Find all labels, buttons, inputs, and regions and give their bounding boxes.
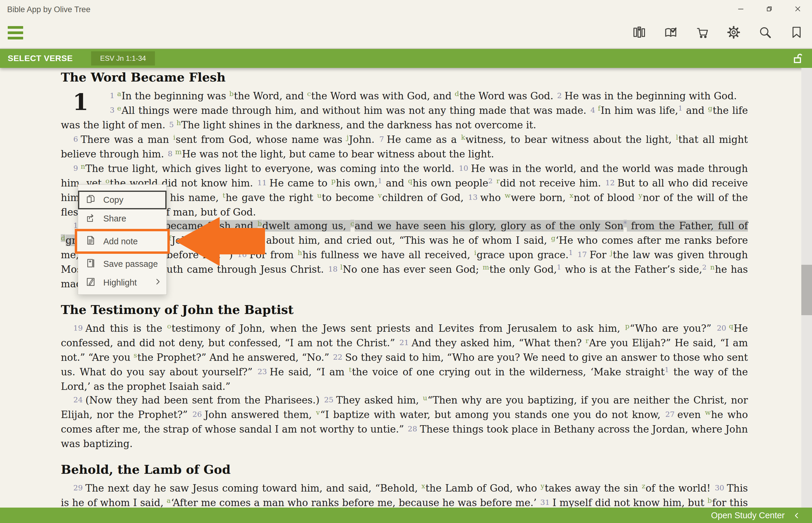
crossref-marker: g <box>708 104 712 112</box>
verse-number: 29 <box>73 484 83 492</box>
verse-number: 11 <box>257 179 267 187</box>
crossref-marker: b <box>229 90 234 97</box>
verse-paragraph[interactable]: 3eAll things were made through him, and … <box>61 104 748 133</box>
crossref-marker: y <box>540 482 544 490</box>
open-study-center-label[interactable]: Open Study Center <box>711 510 785 520</box>
crossref-marker: k <box>461 133 465 141</box>
verse-number: 31 <box>540 498 550 507</box>
gear-icon <box>727 25 741 41</box>
verse-reference-badge[interactable]: ESV Jn 1:1-34 <box>91 51 155 66</box>
footnote-marker: 1 <box>557 263 561 271</box>
verse-number: 23 <box>258 367 267 376</box>
crossref-marker: w <box>505 192 511 199</box>
verse-text: and we have seen his glory, glory as of … <box>355 220 624 232</box>
menu-item-copy[interactable]: Copy <box>78 191 167 209</box>
verse-text: became flesh and <box>165 220 258 232</box>
verse-number: 8 <box>168 149 172 158</box>
crossref-marker: a <box>117 90 121 97</box>
cart-icon <box>695 25 709 41</box>
crossref-marker: v <box>316 409 320 416</box>
settings-button[interactable] <box>726 23 741 43</box>
crossref-marker: o <box>167 322 171 330</box>
library-icon <box>632 25 646 41</box>
crossref-marker: f <box>598 104 600 112</box>
crossref-marker: v <box>378 192 382 199</box>
verse-number: 13 <box>468 193 478 202</box>
verse-paragraph[interactable]: 19And this is the otestimony of John, wh… <box>61 322 748 393</box>
chevron-left-icon <box>792 510 812 521</box>
close-button[interactable] <box>783 0 812 19</box>
menu-item-share[interactable]: Share <box>78 209 167 228</box>
crossref-marker: p <box>625 322 629 330</box>
chevron-right-icon <box>153 277 162 288</box>
store-button[interactable] <box>694 23 710 43</box>
footnote-marker: 2 <box>702 263 707 271</box>
verse-paragraph[interactable]: 24(Now they had been sent from the Phari… <box>61 393 748 451</box>
crossref-marker: y <box>638 192 642 199</box>
crossref-marker: c <box>307 90 311 97</box>
crossref-marker: m <box>175 148 182 156</box>
verse-number: 3 <box>110 106 115 114</box>
menu-item-label: Add note <box>103 237 138 246</box>
crossref-marker: e <box>117 104 121 112</box>
menu-item-save-passage[interactable]: Save passage <box>78 255 167 273</box>
toolbar-icons <box>632 23 804 43</box>
search-icon <box>758 25 772 41</box>
bookmark-button[interactable] <box>789 23 804 43</box>
note-icon <box>85 235 96 248</box>
select-verse-bar: SELECT VERSE ESV Jn 1:1-34 <box>0 48 812 68</box>
crossref-marker: d <box>455 90 459 97</box>
select-verse-label: SELECT VERSE <box>8 54 73 63</box>
verse-number: 10 <box>459 164 468 173</box>
crossref-marker: j <box>610 249 612 256</box>
crossref-marker: t <box>223 192 225 199</box>
verse-number: 4 <box>591 106 595 114</box>
crossref-marker: a <box>167 497 171 504</box>
menu-item-label: Save passage <box>103 259 158 269</box>
save-passage-icon <box>85 258 96 271</box>
unlock-icon[interactable] <box>791 52 804 66</box>
menu-item-add-note[interactable]: Add note <box>75 229 170 254</box>
share-icon <box>85 212 96 225</box>
verse-text: dwelt among us, <box>262 220 350 232</box>
reading-plan-icon <box>663 25 678 41</box>
crossref-marker: b <box>708 497 712 504</box>
close-icon <box>794 5 801 14</box>
maximize-button[interactable] <box>755 0 783 19</box>
crossref-marker: m <box>483 263 489 271</box>
crossref-marker: q <box>408 177 413 185</box>
section-heading: The Testimony of John the Baptist <box>61 303 748 317</box>
verse-number: 12 <box>605 179 615 187</box>
menu-item-highlight[interactable]: Highlight <box>78 273 167 292</box>
menu-item-label: Highlight <box>103 278 137 288</box>
verse-number: 22 <box>333 353 343 361</box>
hamburger-menu-icon[interactable] <box>8 26 23 39</box>
footnote-marker: * <box>624 220 627 228</box>
verse-number: 26 <box>192 410 202 419</box>
context-menu: CopyShareAdd noteSave passageHighlight <box>78 184 167 295</box>
scrollbar-track[interactable] <box>801 68 812 508</box>
scrollbar-thumb[interactable] <box>801 265 812 315</box>
reading-plan-button[interactable] <box>663 23 678 43</box>
verse-paragraph[interactable]: 11aIn the beginning was bthe Word, and c… <box>61 89 748 104</box>
verse-paragraph[interactable]: 6There was a man isent from God, whose n… <box>61 133 748 162</box>
footnote-marker: 1 <box>678 104 683 112</box>
crossref-marker: t <box>349 366 352 374</box>
verse-number: 17 <box>577 250 587 259</box>
crossref-marker: g <box>551 234 556 242</box>
title-bar: Bible App by Olive Tree <box>0 0 812 19</box>
minimize-icon <box>737 5 745 14</box>
crossref-marker: z <box>642 482 645 490</box>
minimize-button[interactable] <box>727 0 755 19</box>
study-center-bar[interactable]: Open Study Center <box>0 508 812 523</box>
main-toolbar <box>0 19 812 48</box>
verse-text: from the Father, full of <box>627 220 748 232</box>
verse-number: 9 <box>73 164 78 173</box>
verse-number: 5 <box>169 120 174 129</box>
menu-item-label: Copy <box>103 195 123 205</box>
verse-paragraph[interactable]: 29The next day he saw Jesus coming towar… <box>61 482 748 508</box>
library-button[interactable] <box>632 23 647 43</box>
search-button[interactable] <box>757 23 773 43</box>
crossref-marker: d <box>61 234 65 242</box>
crossref-marker: o <box>105 177 109 185</box>
